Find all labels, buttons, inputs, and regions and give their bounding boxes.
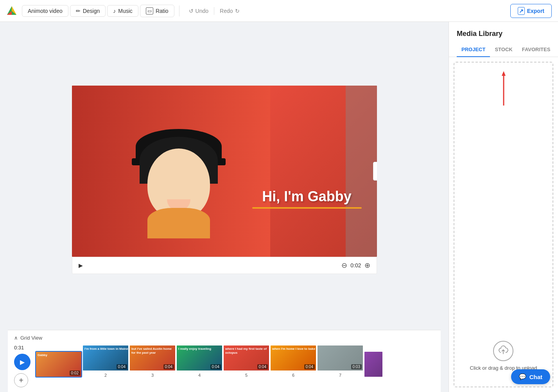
export-button[interactable]: ↗ Export (510, 4, 552, 18)
toolbar-right: ↗ Export (510, 4, 552, 18)
video-and-controls: Hi, I'm Gabby › ▶ (72, 86, 377, 274)
increase-time-button[interactable]: ⊕ (364, 261, 370, 270)
media-tabs: PROJECT STOCK FAVORITES (449, 43, 558, 57)
clip-thumbnail[interactable]: 0:03 (317, 345, 364, 371)
add-clip-button[interactable]: + (14, 373, 28, 387)
undo-label: Undo (196, 8, 208, 14)
media-upload-area[interactable]: Click or drag & drop to upload (454, 62, 553, 387)
timeline-area: ∧ Grid View 0:31 ▶ + (8, 330, 441, 392)
clip-inner: I really enjoy traveling 0:04 (177, 345, 222, 371)
clip-duration: 0:03 (351, 364, 362, 369)
svg-marker-4 (502, 71, 506, 76)
design-label: Design (83, 8, 100, 14)
clip-thumbnail[interactable] (364, 351, 383, 378)
clip-inner: 0:03 (318, 345, 363, 371)
plus-icon: + (19, 376, 23, 385)
clip-text: I really enjoy traveling (178, 347, 211, 351)
clip-inner: but I've sailed Austin home for the past… (130, 345, 175, 371)
play-big-button[interactable]: ▶ (14, 354, 31, 370)
clip-label: 3 (151, 373, 154, 378)
redo-icon: ↻ (235, 8, 240, 14)
tab-stock[interactable]: STOCK (490, 43, 517, 57)
clip-item: where I had my first taste of octopus 0:… (223, 345, 270, 378)
clip-text: when I'm home I love to bake (272, 347, 315, 351)
minus-circle-icon: ⊖ (341, 261, 347, 269)
toolbar-divider (179, 5, 179, 16)
clip-duration: 0:02 (70, 371, 80, 376)
toolbar: Animoto video ✏ Design ♪ Music ▭ Ratio ↺… (0, 0, 558, 22)
tab-favorites[interactable]: FAVORITES (517, 43, 555, 57)
animoto-video-label: Animoto video (28, 8, 63, 14)
chevron-up-icon: ∧ (14, 335, 18, 341)
clip-inner (364, 352, 382, 377)
total-time: 0:31 (14, 345, 24, 351)
undo-button[interactable]: ↺ Undo (184, 5, 213, 16)
music-label: Music (118, 8, 133, 14)
play-icon: ▶ (79, 262, 83, 268)
upload-icon-area: Click or drag & drop to upload (470, 341, 537, 371)
tab-project[interactable]: PROJECT (457, 43, 490, 57)
clip-thumbnail[interactable]: when I'm home I love to bake 0:04 (270, 345, 317, 371)
redo-button[interactable]: Redo ↻ (215, 5, 244, 16)
main-area: ⊞ ◉ (0, 22, 558, 392)
clip-item: but I've sailed Austin home for the past… (129, 345, 176, 378)
logo-icon (6, 5, 17, 16)
clip-item: when I'm home I love to bake 0:04 6 (270, 345, 317, 378)
clip-thumbnail[interactable]: I really enjoy traveling 0:04 (176, 345, 223, 371)
clip-thumbnail[interactable]: I'm from a little town in Maine 0:04 (82, 345, 129, 371)
clip-label: 6 (292, 373, 294, 378)
clip-label: 4 (198, 373, 201, 378)
video-title-text: Hi, I'm Gabby (252, 188, 362, 205)
clip-duration: 0:04 (304, 364, 315, 369)
face-simulation (140, 137, 218, 238)
undo-redo-divider (214, 7, 214, 15)
chat-button[interactable]: 💬 Chat (511, 369, 550, 384)
clip-item (364, 351, 383, 378)
chat-bubble-icon: 💬 (519, 373, 526, 380)
shirt (147, 208, 210, 238)
clip-label: 5 (245, 373, 248, 378)
clip-inner: when I'm home I love to bake 0:04 (271, 345, 316, 371)
media-library: Media Library PROJECT STOCK FAVORITES (449, 22, 558, 392)
ratio-button[interactable]: ▭ Ratio (140, 5, 174, 17)
video-frame: Hi, I'm Gabby (72, 86, 377, 257)
canvas-area: ⊞ ◉ (0, 22, 449, 392)
clip-thumbnail[interactable]: but I've sailed Austin home for the past… (129, 345, 176, 371)
music-button[interactable]: ♪ Music (107, 5, 138, 17)
video-controls: ▶ ⊖ 0:02 ⊕ (72, 257, 377, 274)
decrease-time-button[interactable]: ⊖ (341, 261, 347, 270)
collapse-panel-button[interactable]: › (373, 162, 377, 181)
grid-view-label: Grid View (20, 335, 42, 341)
clip-label: 2 (104, 373, 107, 378)
clip-inner: I'm from a little town in Maine 0:04 (83, 345, 128, 371)
clip-inner: Gabby 0:02 (36, 352, 81, 377)
plus-circle-icon: ⊕ (364, 261, 370, 269)
music-icon: ♪ (113, 8, 116, 14)
clip-thumbnail[interactable]: Gabby 0:02 (35, 351, 82, 378)
clip-duration: 0:04 (210, 364, 221, 369)
person-area (72, 86, 270, 257)
animoto-video-button[interactable]: Animoto video (22, 5, 68, 17)
app-logo[interactable] (6, 5, 17, 16)
undo-redo-group: ↺ Undo Redo ↻ (184, 5, 244, 16)
video-wrapper: ⊞ ◉ (8, 30, 441, 330)
clip-item: I really enjoy traveling 0:04 4 (176, 345, 223, 378)
play-control-button[interactable]: ▶ (79, 262, 83, 268)
time-controls: ⊖ 0:02 ⊕ (341, 261, 370, 270)
video-container[interactable]: Hi, I'm Gabby › (72, 86, 377, 257)
title-underline (252, 207, 362, 209)
redo-label: Redo (220, 8, 233, 14)
clip-item: Gabby 0:02 (35, 351, 82, 378)
clips-row: Gabby 0:02 I'm from a little town in Mai… (35, 345, 383, 378)
video-text-overlay: Hi, I'm Gabby (252, 188, 362, 209)
clip-item: 0:03 7 (317, 345, 364, 378)
ratio-icon: ▭ (146, 7, 153, 14)
clip-text: I'm from a little town in Maine (84, 347, 128, 351)
clip-thumbnail[interactable]: where I had my first taste of octopus 0:… (223, 345, 270, 371)
undo-icon: ↺ (189, 8, 194, 14)
clip-duration: 0:04 (117, 364, 127, 369)
clip-label: 7 (339, 373, 341, 378)
timeline-content: 0:31 ▶ + Gabby 0:02 (14, 345, 434, 392)
design-button[interactable]: ✏ Design (70, 5, 106, 17)
upload-cloud-icon (493, 341, 513, 361)
